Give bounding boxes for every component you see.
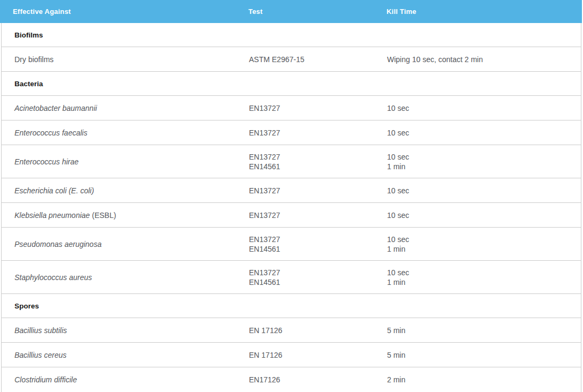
organism-name: Bacillius subtilis <box>14 326 67 335</box>
test-standard: EN13727 <box>249 235 374 244</box>
column-header-test: Test <box>236 7 374 16</box>
organism-cell: Bacillius cereus <box>2 350 236 360</box>
table-row: Staphylococcus aureusEN13727EN1456110 se… <box>2 261 581 294</box>
table-row: Escherichia coli (E. coli)EN1372710 sec <box>2 178 581 203</box>
organism-name: Enterococcus faecalis <box>14 129 87 137</box>
kill-time-value: 2 min <box>387 375 581 385</box>
organism-cell: Enterococcus faecalis <box>2 128 236 138</box>
kill-time-cell: 10 sec1 min <box>374 235 581 254</box>
kill-time-cell: 10 sec <box>374 186 581 195</box>
kill-time-value: 10 sec <box>387 235 581 244</box>
section-header-biofilms: Biofilms <box>2 23 581 47</box>
kill-time-value: 5 min <box>387 326 581 335</box>
kill-time-value: 10 sec <box>387 152 581 162</box>
column-header-kill-time: Kill Time <box>374 7 582 16</box>
test-standard: EN 17126 <box>249 326 374 335</box>
test-cell: EN 17126 <box>236 326 374 335</box>
organism-name: Acinetobacter baumannii <box>14 104 97 112</box>
organism-name: Pseudomonas aeruginosa <box>14 240 102 248</box>
table-row: Clostridium difficileEN171262 min <box>2 367 581 392</box>
test-cell: EN13727EN14561 <box>236 152 374 171</box>
test-cell: ASTM E2967-15 <box>236 55 374 64</box>
table-row: Dry biofilmsASTM E2967-15Wiping 10 sec, … <box>2 47 581 72</box>
kill-time-cell: 10 sec <box>374 103 581 113</box>
kill-time-value: 10 sec <box>387 103 581 113</box>
organism-name: Dry biofilms <box>14 55 54 64</box>
test-standard: EN13727 <box>249 128 374 138</box>
test-cell: EN13727 <box>236 210 374 220</box>
organism-name: Escherichia coli (E. coli) <box>14 186 94 195</box>
organism-cell: Klebsiella pneumoniae (ESBL) <box>2 210 236 220</box>
organism-cell: Clostridium difficile <box>2 375 236 385</box>
table-row: Bacillius subtilisEN 171265 min <box>2 318 581 343</box>
kill-time-cell: 10 sec1 min <box>374 268 581 287</box>
kill-time-cell: 10 sec <box>374 128 581 138</box>
organism-name: Enterococcus hirae <box>14 157 79 166</box>
kill-time-cell: 5 min <box>374 350 581 360</box>
table-row: Klebsiella pneumoniae (ESBL)EN1372710 se… <box>2 203 581 228</box>
kill-time-value: Wiping 10 sec, contact 2 min <box>387 55 581 64</box>
test-standard: EN13727 <box>249 152 374 162</box>
organism-cell: Acinetobacter baumannii <box>2 103 236 113</box>
kill-time-cell: 10 sec <box>374 210 581 220</box>
organism-name: Klebsiella pneumoniae <box>14 211 90 220</box>
table-row: Pseudomonas aeruginosaEN13727EN1456110 s… <box>2 228 581 261</box>
test-standard: EN13727 <box>249 186 374 195</box>
kill-time-value: 5 min <box>387 350 581 360</box>
table-row: Enterococcus faecalisEN1372710 sec <box>2 120 581 145</box>
kill-time-value: 10 sec <box>387 186 581 195</box>
table-body: BiofilmsDry biofilmsASTM E2967-15Wiping … <box>1 23 581 392</box>
section-title: Biofilms <box>14 31 43 39</box>
test-standard: EN13727 <box>249 103 374 113</box>
kill-time-value: 10 sec <box>387 128 581 138</box>
table-row: Acinetobacter baumanniiEN1372710 sec <box>2 96 581 120</box>
section-title: Spores <box>14 302 39 310</box>
organism-cell: Staphylococcus aureus <box>2 273 236 282</box>
test-cell: EN13727 <box>236 103 374 113</box>
section-title: Bacteria <box>14 80 43 88</box>
test-cell: EN 17126 <box>236 350 374 360</box>
test-standard: EN14561 <box>249 277 374 287</box>
table-row: Bacillius cereusEN 171265 min <box>2 343 581 367</box>
kill-time-cell: 10 sec1 min <box>374 152 581 171</box>
kill-time-value: 10 sec <box>387 268 581 277</box>
organism-name: Clostridium difficile <box>14 375 77 384</box>
test-standard: EN14561 <box>249 244 374 254</box>
organism-cell: Dry biofilms <box>2 55 236 64</box>
section-header-bacteria: Bacteria <box>2 72 581 96</box>
kill-time-value: 1 min <box>387 244 581 254</box>
test-standard: EN 17126 <box>249 350 374 360</box>
organism-cell: Bacillius subtilis <box>2 326 236 335</box>
kill-time-cell: 2 min <box>374 375 581 385</box>
test-standard: EN14561 <box>249 162 374 171</box>
organism-cell: Pseudomonas aeruginosa <box>2 239 236 249</box>
test-standard: EN13727 <box>249 210 374 220</box>
table-header-row: Effective Against Test Kill Time <box>0 0 582 23</box>
test-cell: EN13727EN14561 <box>236 268 374 287</box>
section-header-spores: Spores <box>2 294 581 318</box>
table-row: Enterococcus hiraeEN13727EN1456110 sec1 … <box>2 145 581 178</box>
organism-name-suffix: (ESBL) <box>90 211 116 220</box>
kill-time-value: 10 sec <box>387 210 581 220</box>
test-cell: EN17126 <box>236 375 374 385</box>
test-standard: ASTM E2967-15 <box>249 55 374 64</box>
kill-time-cell: Wiping 10 sec, contact 2 min <box>374 55 581 64</box>
test-cell: EN13727EN14561 <box>236 235 374 254</box>
test-standard: EN13727 <box>249 268 374 277</box>
test-cell: EN13727 <box>236 128 374 138</box>
efficacy-table: Effective Against Test Kill Time Biofilm… <box>0 0 583 392</box>
organism-name: Staphylococcus aureus <box>14 273 92 282</box>
column-header-effective-against: Effective Against <box>0 7 236 16</box>
organism-name: Bacillius cereus <box>14 351 66 359</box>
test-cell: EN13727 <box>236 186 374 195</box>
test-standard: EN17126 <box>249 375 374 385</box>
kill-time-value: 1 min <box>387 162 581 171</box>
kill-time-value: 1 min <box>387 277 581 287</box>
organism-cell: Escherichia coli (E. coli) <box>2 186 236 195</box>
kill-time-cell: 5 min <box>374 326 581 335</box>
organism-cell: Enterococcus hirae <box>2 157 236 167</box>
